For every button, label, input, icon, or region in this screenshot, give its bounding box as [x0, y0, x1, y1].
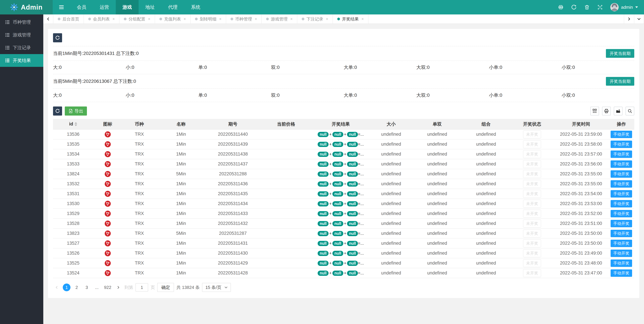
- cell-status: 未开奖: [510, 179, 554, 189]
- tabs-scroll-right-button[interactable]: [624, 15, 634, 24]
- tab-close-icon[interactable]: ×: [219, 17, 222, 21]
- tabs-menu-button[interactable]: [634, 15, 644, 24]
- ball-icon[interactable]: [558, 4, 564, 10]
- manual-draw-button[interactable]: 手动开奖: [610, 250, 632, 257]
- manual-draw-button[interactable]: 手动开奖: [610, 210, 632, 217]
- table-column-header[interactable]: 开奖结果: [312, 119, 370, 129]
- trash-icon[interactable]: [584, 4, 590, 10]
- table-column-header[interactable]: id: [53, 119, 93, 129]
- columns-filter-button[interactable]: [590, 107, 599, 115]
- cell-price: [260, 248, 312, 258]
- sidebar-item[interactable]: 下注记录: [0, 41, 43, 54]
- sidebar-collapse-button[interactable]: [53, 0, 70, 15]
- result-badge: null: [332, 162, 343, 167]
- user-menu[interactable]: admin: [610, 3, 638, 12]
- table-row: 13530 TRX 1Min: [53, 199, 634, 209]
- manual-draw-button[interactable]: 手动开奖: [610, 131, 632, 138]
- table-column-header[interactable]: 图标: [93, 119, 122, 129]
- jump-page-input[interactable]: [136, 283, 148, 291]
- table-column-header[interactable]: 开奖状态: [510, 119, 554, 129]
- refresh-summary-button[interactable]: [53, 33, 62, 42]
- manual-draw-button[interactable]: 手动开奖: [610, 200, 632, 207]
- page-number[interactable]: 2: [73, 283, 80, 291]
- tab-close-icon[interactable]: ×: [362, 17, 364, 21]
- tab-close-icon[interactable]: ×: [148, 17, 150, 21]
- nav-item[interactable]: 游戏: [116, 0, 138, 15]
- fullscreen-icon[interactable]: [597, 4, 603, 10]
- table-column-header[interactable]: 名称: [156, 119, 206, 129]
- cell-combo: undefined: [462, 248, 510, 258]
- sort-icon[interactable]: [74, 122, 77, 126]
- print-button[interactable]: [602, 107, 611, 115]
- sidebar-item[interactable]: 游戏管理: [0, 29, 43, 41]
- cell-status: 未开奖: [510, 228, 554, 238]
- manual-draw-button[interactable]: 手动开奖: [610, 160, 632, 168]
- tab[interactable]: 下注记录 ×: [297, 15, 333, 24]
- trx-coin-icon: [105, 201, 111, 207]
- table-column-header[interactable]: 币种: [122, 119, 157, 129]
- manual-draw-button[interactable]: 手动开奖: [610, 230, 632, 237]
- tab[interactable]: 后台首页: [53, 15, 84, 24]
- page-number[interactable]: ...: [93, 283, 101, 291]
- tabs-scroll-left-button[interactable]: [43, 15, 53, 24]
- page-number[interactable]: 922: [103, 283, 112, 291]
- export-data-icon-button[interactable]: [614, 107, 622, 115]
- page-number[interactable]: 3: [83, 283, 90, 291]
- tab[interactable]: 充值列表 ×: [155, 15, 190, 24]
- draw-current-5min-button[interactable]: 开奖当前期: [606, 77, 634, 86]
- manual-draw-button[interactable]: 手动开奖: [610, 151, 632, 158]
- tab-close-icon[interactable]: ×: [326, 17, 328, 21]
- tab[interactable]: 分组配置 ×: [120, 15, 155, 24]
- manual-draw-button[interactable]: 手动开奖: [610, 180, 632, 188]
- jump-confirm-button[interactable]: 确定: [157, 283, 174, 292]
- tab[interactable]: 币种管理 ×: [226, 15, 262, 24]
- nav-item[interactable]: 地址: [138, 0, 162, 15]
- refresh-icon[interactable]: [571, 4, 577, 10]
- tab-close-icon[interactable]: ×: [290, 17, 293, 21]
- table-column-header[interactable]: 期号: [206, 119, 260, 129]
- cell-icon: [93, 218, 122, 228]
- manual-draw-button[interactable]: 手动开奖: [610, 240, 632, 247]
- result-badge: null: [332, 231, 343, 236]
- table-column-header[interactable]: 开奖时间: [554, 119, 608, 129]
- nav-item[interactable]: 运营: [93, 0, 116, 15]
- refresh-table-button[interactable]: [53, 107, 62, 116]
- tab[interactable]: 开奖结果 ×: [333, 15, 368, 24]
- tab[interactable]: 划转明细 ×: [190, 15, 226, 24]
- tab-label: 开奖结果: [342, 16, 359, 22]
- nav-item[interactable]: 会员: [70, 0, 93, 15]
- draw-current-1min-button[interactable]: 开奖当前期: [606, 49, 634, 58]
- search-button[interactable]: [626, 107, 634, 115]
- tab-close-icon[interactable]: ×: [255, 17, 257, 21]
- table-column-header[interactable]: 单双: [413, 119, 462, 129]
- table-column-header[interactable]: 当前价格: [260, 119, 312, 129]
- cell-name: 1Min: [156, 268, 206, 278]
- sidebar-item[interactable]: 开奖结果: [0, 54, 43, 67]
- status-badge: 未开奖: [523, 239, 541, 247]
- manual-draw-button[interactable]: 手动开奖: [610, 269, 632, 277]
- tab[interactable]: 会员列表 ×: [84, 15, 120, 24]
- per-page-select[interactable]: 15 条/页: [202, 283, 231, 292]
- manual-draw-button[interactable]: 手动开奖: [610, 170, 632, 178]
- prev-page-button[interactable]: [53, 284, 60, 291]
- logo[interactable]: Admin: [0, 0, 53, 15]
- tab-close-icon[interactable]: ×: [184, 17, 186, 21]
- manual-draw-button[interactable]: 手动开奖: [610, 141, 632, 148]
- next-page-button[interactable]: [114, 284, 122, 291]
- manual-draw-button[interactable]: 手动开奖: [610, 259, 632, 267]
- cell-price: [260, 238, 312, 248]
- manual-draw-button[interactable]: 手动开奖: [610, 190, 632, 197]
- table-column-header[interactable]: 大小: [370, 119, 412, 129]
- tab[interactable]: 游戏管理 ×: [262, 15, 297, 24]
- export-button[interactable]: 导出: [65, 107, 87, 116]
- sidebar-item[interactable]: 币种管理: [0, 16, 43, 29]
- tab-close-icon[interactable]: ×: [112, 17, 115, 21]
- table-column-header[interactable]: 操作: [608, 119, 634, 129]
- table-column-header[interactable]: 组合: [462, 119, 510, 129]
- nav-item[interactable]: 代理: [162, 0, 184, 15]
- page-number[interactable]: 1: [63, 283, 70, 291]
- column-label: 名称: [176, 121, 186, 127]
- nav-item[interactable]: 系统: [184, 0, 207, 15]
- manual-draw-button[interactable]: 手动开奖: [610, 220, 632, 227]
- cell-parity: undefined: [413, 159, 462, 169]
